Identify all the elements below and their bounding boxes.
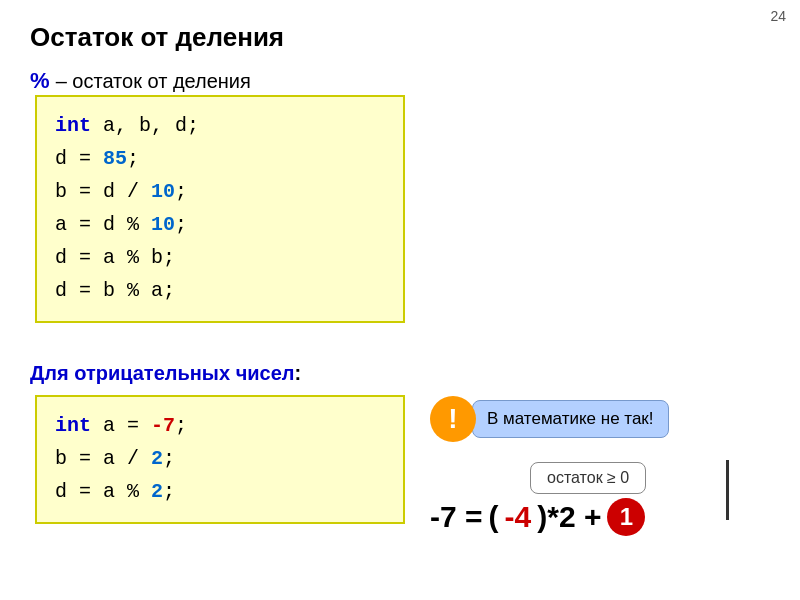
code2-num-2-1: 2 [151, 447, 163, 470]
code-line-3: b = d / 10; [55, 175, 385, 208]
code2-num-2-2: 2 [151, 480, 163, 503]
code-line-4-end: ; [175, 213, 187, 236]
code-num-10-1: 10 [151, 180, 175, 203]
code-line-1: int a, b, d; [55, 109, 385, 142]
page-number: 24 [770, 8, 786, 24]
code-line-4-a: a = d % [55, 213, 151, 236]
math-neg4: -4 [505, 500, 532, 534]
code2-line-2: b = a / 2; [55, 442, 385, 475]
math-expression: -7 = (-4)*2 + 1 [430, 498, 645, 536]
code-line-2-end: ; [127, 147, 139, 170]
percent-operator: % [30, 68, 56, 93]
subtitle-text: – остаток от деления [56, 70, 251, 92]
code-line-4: a = d % 10; [55, 208, 385, 241]
code2-line-1-end: ; [175, 414, 187, 437]
math-part2: )*2 + [537, 500, 601, 534]
code-line-3-end: ; [175, 180, 187, 203]
section-colon: : [294, 362, 301, 384]
math-circle-one: 1 [607, 498, 645, 536]
code-line-6: d = b % a; [55, 274, 385, 307]
code-line-5: d = a % b; [55, 241, 385, 274]
code-block-2: int a = -7; b = a / 2; d = a % 2; [35, 395, 405, 524]
code-line-2: d = 85; [55, 142, 385, 175]
code-block-1: int a, b, d; d = 85; b = d / 10; a = d %… [35, 95, 405, 323]
code-line-1-rest: a, b, d; [91, 114, 199, 137]
code2-line-3: d = a % 2; [55, 475, 385, 508]
code2-line-3-end: ; [163, 480, 175, 503]
code2-line-2-a: b = a / [55, 447, 151, 470]
ostatok-bubble: остаток ≥ 0 [530, 462, 646, 494]
vertical-bar [726, 460, 729, 520]
math-paren1: ( [489, 500, 499, 534]
code2-line-3-a: d = a % [55, 480, 151, 503]
exclaim-icon: ! [430, 396, 476, 442]
code2-line-1: int a = -7; [55, 409, 385, 442]
callout-text: В математике не так! [472, 400, 669, 438]
code2-line-1-rest: a = [91, 414, 151, 437]
section-label-text: Для отрицательных чисел [30, 362, 294, 384]
section-label: Для отрицательных чисел: [30, 362, 301, 385]
math-lhs: -7 = [430, 500, 483, 534]
code2-line-2-end: ; [163, 447, 175, 470]
code2-neg7: -7 [151, 414, 175, 437]
exclaim-callout: ! В математике не так! [430, 396, 669, 442]
keyword-int-2: int [55, 414, 91, 437]
code-num-85: 85 [103, 147, 127, 170]
code-line-2-a: d = [55, 147, 103, 170]
code-num-10-2: 10 [151, 213, 175, 236]
subtitle: % – остаток от деления [30, 68, 251, 94]
code-line-3-a: b = d / [55, 180, 151, 203]
main-title: Остаток от деления [30, 22, 284, 53]
keyword-int-1: int [55, 114, 91, 137]
